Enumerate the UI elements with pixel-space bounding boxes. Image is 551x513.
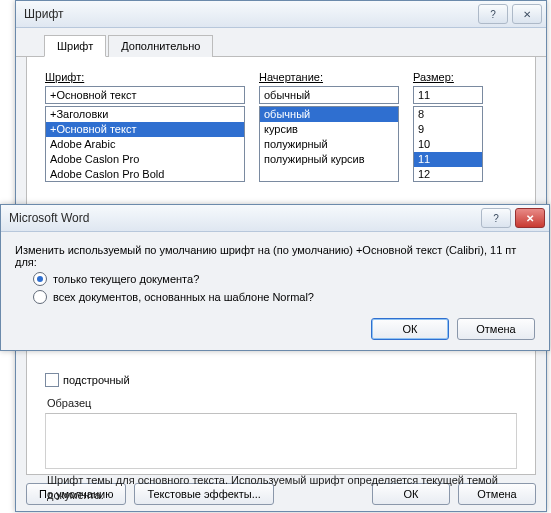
subscript-checkbox-row: подстрочный [45, 373, 517, 387]
font-dialog-title: Шрифт [24, 7, 474, 21]
close-icon: ✕ [526, 213, 534, 224]
list-item[interactable]: полужирный [260, 137, 398, 152]
font-input[interactable] [45, 86, 245, 104]
radio-current-doc[interactable] [33, 272, 47, 286]
radio-all-docs-row: всех документов, основанных на шаблоне N… [33, 290, 535, 304]
radio-current-doc-label: только текущего документа? [53, 273, 199, 285]
list-item[interactable]: 12 [414, 167, 482, 182]
size-label: Размер: [413, 71, 483, 83]
sample-label: Образец [47, 397, 517, 409]
tab-font-label: Шрифт [57, 40, 93, 52]
radio-all-docs[interactable] [33, 290, 47, 304]
style-label: Начертание: [259, 71, 399, 83]
close-icon: ✕ [523, 9, 531, 20]
font-label: Шрифт: [45, 71, 245, 83]
tab-advanced-label: Дополнительно [121, 40, 200, 52]
list-item[interactable]: Adobe Caslon Pro [46, 152, 244, 167]
message-box-titlebar: Microsoft Word ? ✕ [1, 205, 549, 232]
message-prompt: Изменить используемый по умолчанию шрифт… [15, 244, 535, 268]
message-box: Microsoft Word ? ✕ Изменить используемый… [0, 204, 550, 351]
msg-help-button[interactable]: ? [481, 208, 511, 228]
tab-strip: Шрифт Дополнительно [16, 28, 546, 57]
tab-advanced[interactable]: Дополнительно [108, 35, 213, 57]
list-item[interactable]: +Заголовки [46, 107, 244, 122]
radio-all-docs-label: всех документов, основанных на шаблоне N… [53, 291, 314, 303]
font-dialog-titlebar: Шрифт ? ✕ [16, 1, 546, 28]
close-button[interactable]: ✕ [512, 4, 542, 24]
msg-ok-button[interactable]: ОК [371, 318, 449, 340]
size-listbox[interactable]: 8 9 10 11 12 [413, 106, 483, 182]
list-item[interactable]: Adobe Caslon Pro Bold [46, 167, 244, 182]
list-item[interactable]: Adobe Arabic [46, 137, 244, 152]
sample-frame [45, 413, 517, 469]
msg-ok-label: ОК [403, 323, 418, 335]
list-item[interactable]: обычный [260, 107, 398, 122]
font-description: Шрифт темы для основного текста. Использ… [45, 471, 517, 503]
style-input[interactable] [259, 86, 399, 104]
list-item[interactable]: полужирный курсив [260, 152, 398, 167]
subscript-label: подстрочный [63, 374, 130, 386]
list-item[interactable]: 8 [414, 107, 482, 122]
list-item[interactable]: курсив [260, 122, 398, 137]
message-box-buttons: ОК Отмена [15, 318, 535, 340]
tab-font[interactable]: Шрифт [44, 35, 106, 57]
msg-cancel-label: Отмена [476, 323, 515, 335]
size-input[interactable] [413, 86, 483, 104]
radio-current-doc-row: только текущего документа? [33, 272, 535, 286]
help-icon: ? [493, 213, 499, 224]
list-item[interactable]: 11 [414, 152, 482, 167]
message-box-title: Microsoft Word [9, 211, 477, 225]
help-button[interactable]: ? [478, 4, 508, 24]
style-listbox[interactable]: обычный курсив полужирный полужирный кур… [259, 106, 399, 182]
msg-close-button[interactable]: ✕ [515, 208, 545, 228]
list-item[interactable]: 9 [414, 122, 482, 137]
list-item[interactable]: 10 [414, 137, 482, 152]
message-box-body: Изменить используемый по умолчанию шрифт… [1, 232, 549, 350]
font-listbox[interactable]: +Заголовки +Основной текст Adobe Arabic … [45, 106, 245, 182]
list-item[interactable]: +Основной текст [46, 122, 244, 137]
subscript-checkbox[interactable] [45, 373, 59, 387]
help-icon: ? [490, 9, 496, 20]
msg-cancel-button[interactable]: Отмена [457, 318, 535, 340]
